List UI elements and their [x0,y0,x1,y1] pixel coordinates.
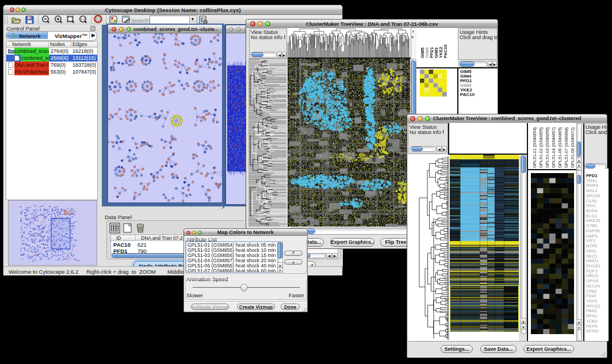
svg-text:1:1: 1:1 [81,17,85,21]
